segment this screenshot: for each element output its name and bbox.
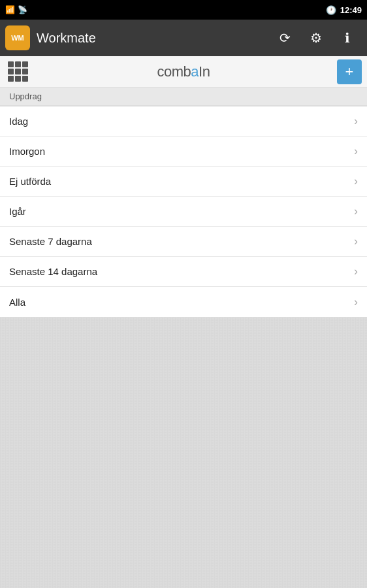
app-icon: WM xyxy=(5,25,30,50)
list-item-ej-utforda[interactable]: Ej utförda › xyxy=(0,167,367,197)
list-item-label-alla: Alla xyxy=(9,297,25,308)
list-item-senaste-14[interactable]: Senaste 14 dagarna › xyxy=(0,257,367,287)
list-item-label-imorgon: Imorgon xyxy=(9,146,45,157)
list-item-label-ej-utforda: Ej utförda xyxy=(9,176,51,187)
info-button[interactable]: ℹ xyxy=(333,24,362,52)
logo-text-in: In xyxy=(199,63,210,80)
settings-button[interactable]: ⚙ xyxy=(302,24,330,52)
app-title: Workmate xyxy=(37,31,264,46)
combain-logo: combaIn xyxy=(157,63,210,80)
list-item-label-igar: Igår xyxy=(9,206,26,217)
status-right-info: 🕐 12:49 xyxy=(326,5,362,15)
secondary-toolbar: combaIn + xyxy=(0,56,367,88)
chevron-icon-igar: › xyxy=(354,204,358,218)
list-item-label-idag: Idag xyxy=(9,116,28,127)
wifi-icon: 📡 xyxy=(18,5,27,14)
app-bar-actions: ⟳ ⚙ ℹ xyxy=(270,24,362,52)
list-item-label-senaste-14: Senaste 14 dagarna xyxy=(9,266,97,277)
chevron-icon-imorgon: › xyxy=(354,144,358,158)
chevron-icon-ej-utforda: › xyxy=(354,174,358,188)
logo-text-comb: comb xyxy=(157,63,191,80)
list-item-alla[interactable]: Alla › xyxy=(0,287,367,317)
chevron-icon-senaste-14: › xyxy=(354,265,358,278)
app-icon-label: WM xyxy=(11,34,24,42)
grid-icon xyxy=(8,61,28,82)
list-item-imorgon[interactable]: Imorgon › xyxy=(0,137,367,167)
list-item-igar[interactable]: Igår › xyxy=(0,197,367,227)
signal-icon: 📶 xyxy=(5,5,15,14)
logo-text-a: a xyxy=(191,63,199,80)
grid-menu-button[interactable] xyxy=(5,59,30,84)
add-button[interactable]: + xyxy=(337,59,362,84)
section-header: Uppdrag xyxy=(0,88,367,106)
clock-icon: 🕐 xyxy=(326,5,336,15)
refresh-button[interactable]: ⟳ xyxy=(270,24,299,52)
status-bar: 📶 📡 🕐 12:49 xyxy=(0,0,367,20)
status-left-icons: 📶 📡 xyxy=(5,5,27,14)
list-item-idag[interactable]: Idag › xyxy=(0,106,367,137)
chevron-icon-alla: › xyxy=(354,295,358,309)
chevron-icon-senaste-7: › xyxy=(354,235,358,248)
chevron-icon-idag: › xyxy=(354,114,358,128)
time-display: 12:49 xyxy=(340,5,362,15)
section-header-label: Uppdrag xyxy=(9,91,42,101)
app-bar: WM Workmate ⟳ ⚙ ℹ xyxy=(0,20,367,56)
list-item-label-senaste-7: Senaste 7 dagarna xyxy=(9,236,92,247)
list-item-senaste-7[interactable]: Senaste 7 dagarna › xyxy=(0,227,367,257)
list-container: Idag › Imorgon › Ej utförda › Igår › Sen… xyxy=(0,106,367,318)
empty-content-area xyxy=(0,318,367,588)
